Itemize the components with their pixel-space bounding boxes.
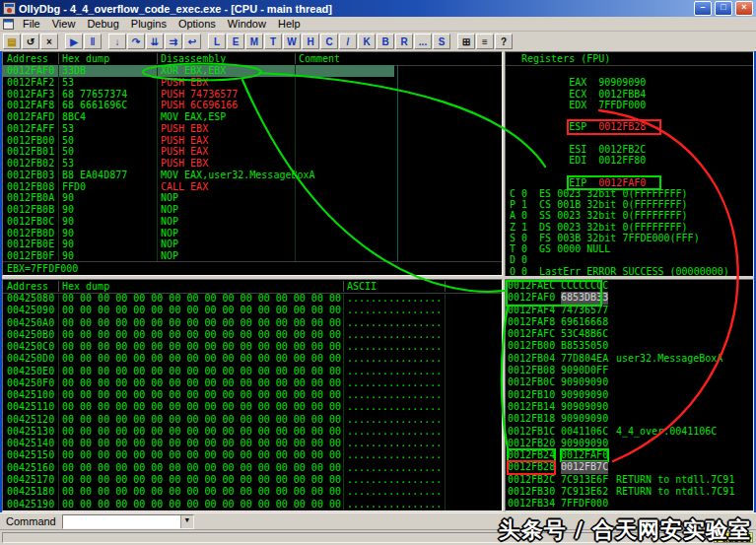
disassembly-row[interactable]: 0012FB0B 90 NOP [3,204,502,216]
combo-dropdown-button[interactable]: ▼ [180,515,193,528]
dump-row[interactable]: 004250F0 00 00 00 00 00 00 00 00 00 00 0… [3,377,502,389]
stack-row[interactable]: 0012FAF4 74736577 [506,305,753,316]
stack-row[interactable]: 0012FAF0 6853DB33 [506,292,753,304]
disassembly-row[interactable]: 0012FB0F 90 NOP [3,250,502,262]
appearance-button[interactable]: ⊞ [457,34,475,49]
cpu-window-button[interactable]: C [320,34,338,49]
breakpoints-button[interactable]: B [377,34,394,49]
stack-row[interactable]: 0012FB2C 7C913E6F RETURN to ntdll.7C91 [506,474,753,486]
disassembly-row[interactable]: 0012FAFF 53 PUSH EBX [3,123,502,135]
menu-item[interactable]: Options [172,18,222,30]
restore-button[interactable]: □ [715,1,732,16]
disassembly-row[interactable]: 0012FB0A 90 NOP [3,192,502,204]
disassembly-row[interactable]: 0012FAF3 68 77657374 PUSH 74736577 [3,89,502,101]
menu-item[interactable]: Help [272,18,307,30]
execute-till-return-button[interactable]: ↩ [183,34,201,49]
close-program-button[interactable]: × [40,34,58,49]
dump-rows[interactable]: 00425080 00 00 00 00 00 00 00 00 00 00 0… [3,293,502,511]
toolbar-separator[interactable] [202,34,207,49]
executables-window-button[interactable]: E [227,34,244,49]
minimize-button[interactable]: – [694,1,712,16]
trace-over-button[interactable]: ⇉ [165,34,182,49]
dump-row[interactable]: 004250B0 00 00 00 00 00 00 00 00 00 00 0… [3,329,502,341]
disassembly-row[interactable]: 0012FAF2 53 PUSH EBX [3,77,502,89]
command-input[interactable]: ▼ [62,514,194,529]
disassembly-rows[interactable]: 0012FAF0 33DB XOR EBX,EBX 0012FAF2 53 PU… [3,65,502,262]
help-button[interactable]: ? [495,34,513,49]
stack-row[interactable]: 0012FB1C 0041106C 4_4_over.0041106C [506,426,753,438]
stack-row[interactable]: 0012FB34 7FFDF000 [506,498,753,510]
dump-row[interactable]: 00425130 00 00 00 00 00 00 00 00 00 00 0… [3,426,502,438]
vertical-splitter[interactable] [503,51,505,511]
windows-button[interactable]: W [283,34,301,49]
threads-button[interactable]: T [264,34,282,49]
stack-row[interactable]: 0012FB14 90909090 [506,401,753,413]
step-into-button[interactable]: ↓ [108,34,126,49]
column-header-hexdump[interactable]: Hex dump [62,280,109,293]
disassembly-row[interactable]: 0012FB08 FFD0 CALL EAX [3,181,502,193]
dump-row[interactable]: 00425090 00 00 00 00 00 00 00 00 00 00 0… [3,305,502,316]
stack-row[interactable]: 0012FB0C 90909090 [506,376,753,388]
step-over-button[interactable]: ↷ [127,34,145,49]
source-button[interactable]: S [433,34,450,49]
disassembly-row[interactable]: 0012FAF0 33DB XOR EBX,EBX [3,65,502,77]
run-button[interactable]: ▶ [65,34,83,49]
stack-row[interactable]: 0012FB08 9090D0FF [506,365,753,376]
dump-row[interactable]: 00425100 00 00 00 00 00 00 00 00 00 00 0… [3,389,502,401]
column-header-comment[interactable]: Comment [299,52,340,65]
disassembly-pane[interactable]: Address Hex dump Disassembly Comment 001… [2,51,503,276]
trace-into-button[interactable]: ⇊ [146,34,164,49]
disassembly-row[interactable]: 0012FAFD 8BC4 MOV EAX,ESP [3,111,502,123]
toolbar-separator[interactable] [451,34,456,49]
stack-row[interactable]: 0012FB30 7C913E62 RETURN to ntdll.7C91 [506,486,753,498]
disassembly-row[interactable]: 0012FB03 B8 EA04D877 MOV EAX,user32.Mess… [3,170,502,181]
dump-row[interactable]: 004250C0 00 00 00 00 00 00 00 00 00 00 0… [3,341,502,353]
toolbar-separator[interactable] [59,34,64,49]
patches-button[interactable]: / [339,34,357,49]
references-button[interactable]: R [395,34,413,49]
stack-rows[interactable]: 0012FAEC CCCCCCCC 0012FAF0 6853DB33 0012… [506,280,753,511]
dump-row[interactable]: 00425160 00 00 00 00 00 00 00 00 00 00 0… [3,462,502,474]
stack-row[interactable]: 0012FB18 90909090 [506,413,753,425]
toolbar-separator[interactable] [103,34,107,49]
column-header-address[interactable]: Address [7,52,48,65]
horizontal-splitter[interactable] [2,276,754,279]
column-header-disassembly[interactable]: Disassembly [161,52,226,65]
open-file-button[interactable]: ▤ [3,34,21,49]
log-window-button[interactable]: L [208,34,226,49]
stack-row[interactable]: 0012FB20 90909090 [506,438,753,449]
register-row[interactable]: EAX90909090 [506,66,753,77]
column-header-ascii[interactable]: ASCII [347,280,377,293]
options-button[interactable]: ≡ [476,34,494,49]
stack-row[interactable]: 0012FB28 0012FB7C [506,461,753,473]
stack-row[interactable]: 0012FB24 0012FAF0 [506,449,753,461]
call-stack-button[interactable]: K [358,34,376,49]
disassembly-row[interactable]: 0012FB02 53 PUSH EBX [3,158,502,170]
dump-row[interactable]: 00425180 00 00 00 00 00 00 00 00 00 00 0… [3,486,502,498]
disassembly-row[interactable]: 0012FAF8 68 6661696C PUSH 6C696166 [3,100,502,111]
menu-item[interactable]: View [46,18,82,30]
disassembly-row[interactable]: 0012FB0C 90 NOP [3,216,502,228]
disassembly-row[interactable]: 0012FB0D 90 NOP [3,228,502,239]
stack-row[interactable]: 0012FB10 90909090 [506,389,753,401]
dump-row[interactable]: 00425110 00 00 00 00 00 00 00 00 00 00 0… [3,401,502,413]
titlebar[interactable]: OllyDbg - 4_4_overflow_code_exec.exe - [… [0,0,756,17]
dump-row[interactable]: 00425120 00 00 00 00 00 00 00 00 00 00 0… [3,414,502,426]
dump-row[interactable]: 004250E0 00 00 00 00 00 00 00 00 00 00 0… [3,366,502,377]
dump-row[interactable]: 004250D0 00 00 00 00 00 00 00 00 00 00 0… [3,353,502,365]
memory-map-button[interactable]: M [245,34,263,49]
stack-row[interactable]: 0012FAFC 53C48B6C [506,328,753,340]
dump-row[interactable]: 004250A0 00 00 00 00 00 00 00 00 00 00 0… [3,317,502,329]
stack-row[interactable]: 0012FB00 B8535050 [506,340,753,352]
dump-row[interactable]: 00425190 00 00 00 00 00 00 00 00 00 00 0… [3,499,502,511]
handles-button[interactable]: H [302,34,319,49]
restart-button[interactable]: ↺ [22,34,39,49]
column-header-hexdump[interactable]: Hex dump [62,52,109,65]
disassembly-row[interactable]: 0012FB0E 90 NOP [3,238,502,250]
dump-row[interactable]: 00425170 00 00 00 00 00 00 00 00 00 00 0… [3,474,502,486]
menu-item[interactable]: Debug [81,18,124,30]
stack-row[interactable]: 0012FAEC CCCCCCCC [506,280,753,292]
stack-row[interactable]: 0012FB04 77D804EA user32.MessageBoxA [506,353,753,365]
memory-dump-pane[interactable]: Address Hex dump ASCII 00425080 00 00 00… [2,279,503,511]
stack-pane[interactable]: 0012FAEC CCCCCCCC 0012FAF0 6853DB33 0012… [505,279,754,511]
